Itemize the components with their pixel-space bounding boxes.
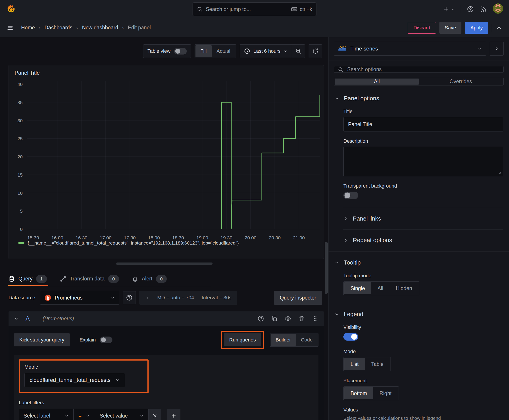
- duplicate-query-button[interactable]: [271, 315, 278, 322]
- metric-label: Metric: [24, 364, 143, 370]
- fill-option[interactable]: Fill: [196, 45, 212, 57]
- panel-resize-handle[interactable]: [116, 262, 213, 265]
- tab-transform-data[interactable]: Transform data 0: [60, 271, 119, 286]
- global-search-input[interactable]: Search or jump to... ctrl+k: [193, 2, 316, 16]
- metric-select[interactable]: cloudflared_tunnel_total_requests: [24, 373, 125, 387]
- tooltip-mode-all[interactable]: All: [371, 282, 390, 294]
- query-editor-card: A (Prometheus) Kick start your query Exp…: [8, 311, 324, 420]
- explain-toggle[interactable]: [100, 337, 113, 343]
- query-count-badge: 1: [36, 275, 47, 283]
- save-button[interactable]: Save: [440, 22, 461, 34]
- builder-option[interactable]: Builder: [271, 334, 296, 346]
- bell-icon: [132, 276, 138, 282]
- divider: [492, 23, 492, 32]
- tab-alert[interactable]: Alert 0: [132, 271, 167, 286]
- drag-query-handle[interactable]: [312, 315, 319, 322]
- avatar[interactable]: [493, 3, 503, 15]
- tooltip-mode-label: Tooltip mode: [343, 273, 503, 279]
- collapse-options-button[interactable]: [495, 24, 502, 31]
- tab-query[interactable]: Query 1: [8, 271, 47, 286]
- code-option[interactable]: Code: [296, 334, 318, 346]
- filter-all-tab[interactable]: All: [335, 79, 419, 85]
- legend-mode-list[interactable]: List: [344, 358, 365, 370]
- legend-visibility-label: Visibility: [343, 324, 503, 330]
- help-button[interactable]: [467, 6, 474, 13]
- main-scrollbar-thumb[interactable]: [325, 242, 328, 294]
- toggle-viz-picker-button[interactable]: [490, 42, 504, 56]
- visualization-picker[interactable]: Time series: [334, 42, 486, 56]
- legend-visibility-toggle[interactable]: [343, 333, 358, 341]
- time-series-chart[interactable]: 051015202530354015:3016:0016:3017:0017:3…: [11, 78, 322, 240]
- new-menu-button[interactable]: [443, 6, 455, 13]
- time-range-picker[interactable]: Last 6 hours: [240, 45, 292, 58]
- zoom-out-button[interactable]: [292, 45, 305, 58]
- operator-dropdown[interactable]: =: [74, 409, 95, 420]
- chevron-down-icon: [451, 7, 455, 11]
- resize-corner-icon[interactable]: [497, 170, 501, 175]
- panel-title-input[interactable]: [343, 117, 503, 131]
- delete-query-button[interactable]: [298, 315, 305, 322]
- kick-start-query-button[interactable]: Kick start your query: [14, 333, 70, 346]
- breadcrumb-dashboards[interactable]: Dashboards: [45, 25, 72, 31]
- run-queries-button[interactable]: Run queries: [224, 333, 261, 346]
- search-placeholder: Search or jump to...: [206, 6, 251, 12]
- grafana-logo-icon[interactable]: [6, 3, 16, 15]
- tooltip-mode-hidden[interactable]: Hidden: [390, 282, 418, 294]
- chevron-down-icon: [139, 413, 144, 418]
- legend-mode-label: Mode: [343, 349, 503, 354]
- transparent-background-label: Transparent background: [343, 183, 503, 189]
- metric-value: cloudflared_tunnel_total_requests: [30, 377, 110, 383]
- options-search-box[interactable]: [334, 66, 504, 73]
- query-inspector-button[interactable]: Query inspector: [274, 291, 322, 305]
- tooltip-section-header[interactable]: Tooltip: [334, 259, 503, 266]
- legend-section-header[interactable]: Legend: [334, 311, 503, 318]
- query-options-row[interactable]: MD = auto = 704 Interval = 30s: [139, 291, 237, 305]
- select-value-dropdown[interactable]: Select value: [95, 409, 149, 420]
- label-filter-row: Select label = Select value: [19, 409, 313, 420]
- options-search-input[interactable]: [347, 66, 500, 73]
- table-view-label: Table view: [147, 48, 171, 54]
- news-button[interactable]: [480, 6, 487, 13]
- query-row-header[interactable]: A (Prometheus): [8, 311, 324, 326]
- menu-toggle-button[interactable]: [7, 24, 14, 31]
- toggle-knob: [175, 49, 180, 54]
- refresh-button[interactable]: [309, 45, 322, 58]
- discard-button[interactable]: Discard: [408, 22, 436, 34]
- breadcrumb-home[interactable]: Home: [21, 25, 35, 31]
- select-label-dropdown[interactable]: Select label: [19, 409, 74, 420]
- svg-text:15: 15: [17, 172, 23, 178]
- metric-annotation-box: Metric cloudflared_tunnel_total_requests: [19, 360, 149, 393]
- breadcrumb-new-dashboard[interactable]: New dashboard: [82, 25, 118, 31]
- breadcrumb: Home › Dashboards › New dashboard › Edit…: [21, 25, 151, 31]
- table-view-toggle[interactable]: [174, 48, 187, 54]
- filter-overrides-tab[interactable]: Overrides: [419, 79, 503, 85]
- legend-series-label[interactable]: {__name__="cloudflared_tunnel_total_requ…: [28, 240, 239, 246]
- transparent-background-toggle[interactable]: [343, 192, 358, 199]
- add-filter-button[interactable]: [167, 409, 181, 420]
- clock-icon: [244, 48, 250, 54]
- remove-filter-button[interactable]: [149, 409, 161, 420]
- tooltip-mode-single[interactable]: Single: [344, 282, 371, 294]
- apply-button[interactable]: Apply: [465, 22, 488, 34]
- panel-links-heading: Panel links: [353, 215, 381, 222]
- svg-text:25: 25: [17, 136, 23, 141]
- panel-options-section-header[interactable]: Panel options: [334, 95, 503, 102]
- svg-text:20:30: 20:30: [269, 235, 281, 240]
- datasource-help-button[interactable]: [123, 291, 136, 304]
- actual-option[interactable]: Actual: [212, 45, 235, 57]
- toggle-query-visibility-button[interactable]: [284, 315, 291, 322]
- panel-links-section-header[interactable]: Panel links: [343, 215, 503, 222]
- svg-text:20: 20: [17, 154, 23, 159]
- database-icon: [8, 276, 15, 282]
- legend-placement-bottom[interactable]: Bottom: [344, 387, 373, 399]
- legend-mode-segmented: List Table: [343, 357, 391, 371]
- svg-text:17:30: 17:30: [124, 235, 136, 240]
- datasource-toolbar: Data source Prometheus MD = auto = 704 I…: [8, 291, 322, 305]
- repeat-options-section-header[interactable]: Repeat options: [343, 237, 503, 244]
- description-textarea[interactable]: [343, 147, 503, 176]
- legend-placement-right[interactable]: Right: [373, 387, 398, 399]
- datasource-picker[interactable]: Prometheus: [40, 291, 119, 305]
- section-divider: [328, 251, 509, 252]
- legend-mode-table[interactable]: Table: [365, 358, 390, 370]
- query-help-button[interactable]: [258, 315, 264, 322]
